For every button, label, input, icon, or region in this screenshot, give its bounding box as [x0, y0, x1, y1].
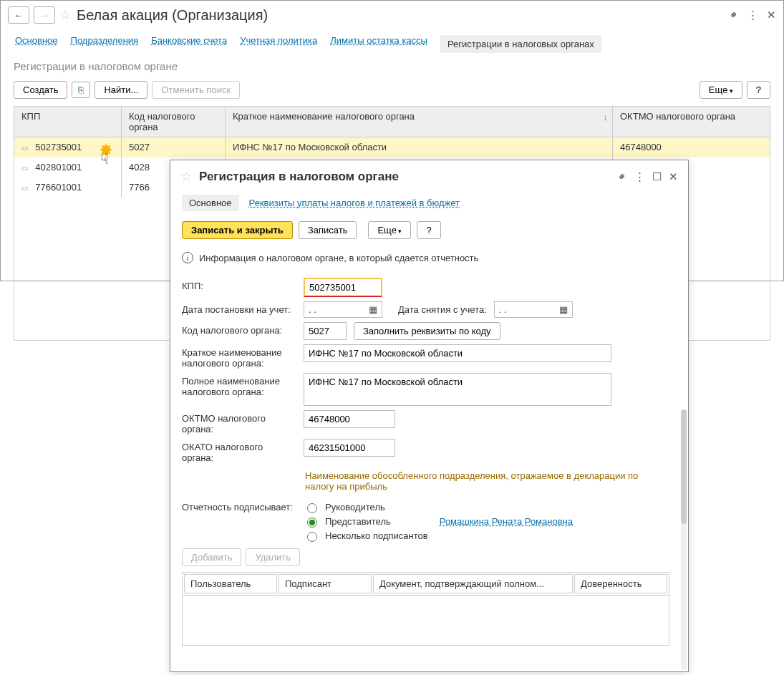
info-icon: i: [182, 252, 193, 263]
fill-by-code-button[interactable]: Заполнить реквизиты по коду: [354, 322, 500, 340]
tab-main[interactable]: Основное: [15, 35, 58, 53]
add-button: Добавить: [182, 548, 241, 566]
col-oktmo[interactable]: ОКТМО налогового органа: [613, 107, 770, 137]
info-text: Информация о налоговом органе, в который…: [199, 253, 478, 263]
link-icon[interactable]: ⚭: [727, 7, 742, 23]
back-button[interactable]: ←: [8, 6, 29, 24]
calendar-icon[interactable]: ▦: [369, 304, 377, 315]
note-text: Наименование обособленного подразделения…: [305, 467, 669, 495]
section-title: Регистрации в налоговом органе: [1, 60, 783, 77]
table-row[interactable]: ▭ 502735001 5027 ИФНС №17 по Московской …: [14, 137, 770, 157]
tab-registrations[interactable]: Регистрации в налоговых органах: [440, 35, 601, 53]
dialog-more-button[interactable]: Еще: [368, 221, 411, 239]
create-button[interactable]: Создать: [14, 81, 67, 99]
dialog-link-icon[interactable]: ⚭: [615, 169, 631, 185]
find-button[interactable]: Найти...: [95, 81, 147, 99]
short-name-input[interactable]: [304, 344, 611, 362]
tab-policy[interactable]: Учетная политика: [240, 35, 317, 53]
oktmo-input[interactable]: [304, 410, 395, 428]
col-code[interactable]: Код налогового органа: [122, 107, 226, 137]
help-button[interactable]: ?: [747, 81, 770, 99]
signer-many-radio[interactable]: [307, 532, 317, 542]
cell-kpp: 776601001: [35, 182, 82, 193]
short-name-label: Краткое наименование налогового органа:: [182, 344, 296, 369]
cell-kpp: 402801001: [35, 162, 82, 173]
save-button[interactable]: Записать: [299, 221, 357, 239]
code-label: Код налогового органа:: [182, 322, 296, 336]
col-shortname[interactable]: Краткое наименование налогового органа ↓: [226, 107, 613, 137]
dialog-close-icon[interactable]: ✕: [669, 170, 678, 183]
scrollbar[interactable]: [681, 409, 687, 670]
full-name-input[interactable]: [304, 373, 611, 406]
code-input[interactable]: [304, 322, 347, 340]
signers-table-body: [182, 596, 669, 646]
col-kpp[interactable]: КПП: [14, 107, 122, 137]
kpp-input[interactable]: [304, 278, 382, 297]
dialog-maximize-icon[interactable]: ☐: [652, 170, 662, 183]
col-shortname-label: Краткое наименование налогового органа: [233, 111, 415, 122]
delete-button: Удалить: [246, 548, 300, 566]
dialog-help-button[interactable]: ?: [417, 221, 440, 239]
signers-table: Пользователь Подписант Документ, подтвер…: [182, 572, 669, 596]
col-doc[interactable]: Документ, подтверждающий полном...: [373, 574, 573, 593]
signer-many-label: Несколько подписантов: [325, 530, 428, 541]
reg-date-input[interactable]: . . ▦: [304, 301, 382, 318]
row-icon: ▭: [21, 184, 30, 192]
dereg-date-label: Дата снятия с учета:: [398, 301, 487, 315]
cancel-search-button: Отменить поиск: [152, 81, 240, 99]
col-signer[interactable]: Подписант: [279, 574, 372, 593]
oktmo-label: ОКТМО налогового органа:: [182, 410, 296, 434]
signer-head-radio[interactable]: [307, 503, 317, 513]
dialog-tab-details[interactable]: Реквизиты уплаты налогов и платежей в бю…: [249, 198, 460, 208]
cell-code: 5027: [122, 137, 226, 157]
cell-kpp: 502735001: [35, 142, 82, 152]
col-auth[interactable]: Доверенность: [574, 574, 667, 593]
sort-down-icon: ↓: [604, 112, 609, 122]
signer-rep-radio[interactable]: [307, 518, 317, 528]
reg-date-label: Дата постановки на учет:: [182, 301, 296, 315]
row-icon: ▭: [21, 144, 30, 152]
dialog-kebab-icon[interactable]: ⋮: [634, 170, 645, 183]
cell-oktmo: 46748000: [613, 137, 770, 157]
kpp-label: КПП:: [182, 278, 296, 291]
calendar-icon[interactable]: ▦: [559, 304, 568, 315]
row-icon: ▭: [21, 164, 30, 172]
signer-rep-label: Представитель: [325, 516, 391, 527]
dialog-tab-main[interactable]: Основное: [182, 195, 239, 211]
cell-shortname: ИФНС №17 по Московской области: [226, 137, 613, 157]
page-title: Белая акация (Организация): [77, 7, 268, 24]
forward-button[interactable]: →: [34, 6, 55, 24]
signer-link[interactable]: Ромашкина Рената Романовна: [440, 516, 573, 527]
dialog-title: Регистрация в налоговом органе: [199, 170, 399, 184]
col-user[interactable]: Пользователь: [184, 574, 277, 593]
save-close-button[interactable]: Записать и закрыть: [182, 221, 293, 239]
registration-dialog: ☆ Регистрация в налоговом органе ⚭ ⋮ ☐ ✕…: [170, 160, 689, 672]
okato-input[interactable]: [304, 439, 395, 457]
reg-date-value: . .: [309, 304, 316, 315]
tab-limits[interactable]: Лимиты остатка кассы: [330, 35, 427, 53]
favorite-star-icon[interactable]: ☆: [59, 7, 71, 23]
scrollbar-thumb[interactable]: [681, 409, 687, 524]
signer-head-label: Руководитель: [325, 502, 385, 513]
dialog-star-icon[interactable]: ☆: [180, 169, 192, 185]
kebab-menu-icon[interactable]: ⋮: [747, 9, 758, 21]
close-icon[interactable]: ✕: [767, 9, 776, 21]
tab-bank[interactable]: Банковские счета: [151, 35, 227, 53]
copy-button[interactable]: ⎘: [72, 82, 90, 98]
more-button[interactable]: Еще: [700, 81, 742, 99]
full-name-label: Полное наименование налогового органа:: [182, 373, 296, 397]
tab-departments[interactable]: Подразделения: [71, 35, 139, 53]
dereg-date-input[interactable]: . . ▦: [494, 301, 573, 318]
okato-label: ОКАТО налогового органа:: [182, 439, 296, 463]
dereg-date-value: . .: [499, 304, 507, 315]
signer-label: Отчетность подписывает:: [182, 499, 296, 513]
